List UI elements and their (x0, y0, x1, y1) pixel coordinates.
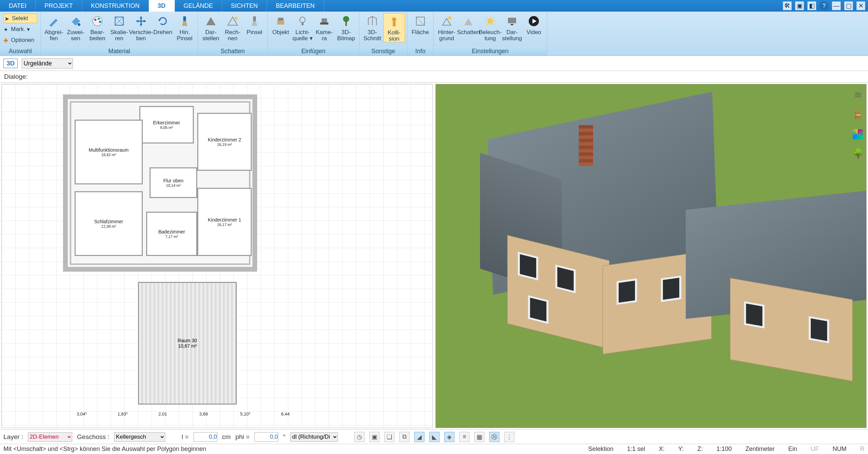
status-hint: Mit <Umschalt> und <Strg> können Sie die… (3, 445, 206, 453)
ribbon-group-schatten: Dar-stellenRech-nenPinsel Schatten (198, 12, 268, 56)
ribbon-btn[interactable]: Hinter-grund (436, 13, 458, 42)
status-z: Z: (697, 445, 703, 453)
ribbon-btn[interactable]: 3D-Schnitt (361, 13, 383, 42)
layers2-icon[interactable]: ≡ (459, 432, 469, 442)
stack-icon[interactable]: ❏ (384, 432, 394, 442)
tab-konstruktion[interactable]: KONSTRUKTION (82, 0, 149, 12)
rec-icon[interactable]: ▣ (369, 432, 379, 442)
ribbon-label: Licht-quelle ▾ (292, 29, 312, 42)
room-area: 16,19 m² (217, 142, 232, 147)
box-icon[interactable]: ▣ (795, 1, 804, 10)
ribbon-btn[interactable]: Pinsel (244, 13, 265, 35)
ribbon-btn[interactable]: Video (523, 13, 545, 35)
snap1-icon[interactable]: ◢ (414, 432, 424, 442)
ribbon-icon (296, 14, 309, 28)
group-title-einstellungen: Einstellungen (434, 47, 547, 56)
ribbon-icon (527, 14, 541, 28)
svg-point-3 (98, 18, 100, 20)
ribbon-label: Schatten (457, 29, 480, 35)
ribbon-icon (387, 15, 401, 28)
ribbon-btn[interactable]: Bear-beiten (87, 13, 108, 42)
room: Kinderzimmer 216,19 m² (197, 113, 252, 171)
ribbon-btn[interactable]: Dar-stellung (501, 13, 523, 42)
ribbon-btn[interactable]: Abgrei-fen (43, 13, 65, 42)
room-name: Flur oben (163, 178, 183, 183)
window-icon[interactable]: ◧ (807, 1, 816, 10)
tab-sichten[interactable]: SICHTEN (222, 0, 267, 12)
close-icon[interactable]: ✕ (856, 1, 865, 10)
ribbon-btn[interactable]: Beleuch-tung (479, 13, 501, 42)
ribbon-icon (440, 14, 453, 28)
furniture-icon[interactable]: 🪑 (851, 109, 864, 122)
selekt-button[interactable]: ➤Selekt (3, 14, 37, 23)
layers-icon[interactable]: ≋ (851, 88, 864, 101)
room: Badezimmer7,17 m² (146, 212, 197, 256)
tab-projekt[interactable]: PROJEKT (36, 0, 82, 12)
view-2d[interactable]: Erkerzimmer8,05 m²Kinderzimmer 216,19 m²… (1, 84, 433, 428)
ribbon-btn[interactable]: Zuwei-sen (65, 13, 87, 42)
tab-3d[interactable]: 3D (149, 0, 175, 12)
mark-button[interactable]: ✦Mark. ▾ (3, 25, 37, 34)
tools-icon[interactable]: 🛠 (783, 1, 792, 10)
window (617, 278, 637, 305)
svg-rect-18 (393, 21, 396, 26)
geschoss-label: Geschoss : (77, 433, 109, 441)
marker-icon: ✦ (3, 26, 10, 32)
clock-icon[interactable]: ◷ (354, 432, 365, 442)
layer-select[interactable]: 2D-Elemen (28, 432, 72, 442)
snap2-icon[interactable]: ◣ (429, 432, 439, 442)
copy-icon[interactable]: ⧉ (399, 432, 409, 442)
workspace: Erkerzimmer8,05 m²Kinderzimmer 216,19 m²… (0, 82, 868, 429)
restore-icon[interactable]: ▢ (844, 1, 853, 10)
ribbon-icon (178, 14, 191, 28)
ribbon-btn[interactable]: Rech-nen (222, 13, 244, 42)
ribbon-btn[interactable]: Fläche (409, 13, 431, 35)
ribbon-btn[interactable]: Verschie-ben (130, 13, 152, 42)
tree-icon[interactable]: 🌳 (851, 147, 864, 160)
phi-input[interactable] (254, 432, 278, 442)
status-r: R (860, 445, 865, 453)
geschoss-select[interactable]: Kellergesch (114, 432, 165, 442)
ribbon-btn[interactable]: Kame-ra (313, 13, 335, 42)
room: Erkerzimmer8,05 m² (139, 106, 194, 143)
palette-icon[interactable] (853, 129, 863, 139)
minimize-icon[interactable]: — (832, 1, 841, 10)
svg-point-0 (78, 23, 80, 26)
ribbon-btn[interactable]: Dar-stellen (200, 13, 222, 42)
optionen-button[interactable]: ✚Optionen (3, 35, 37, 45)
ribbon-btn[interactable]: Schatten (458, 13, 479, 35)
room-name: Erkerzimmer (153, 120, 180, 125)
snap3-icon[interactable]: ◈ (444, 432, 454, 442)
direction-select[interactable]: dl (Richtung/Di (290, 432, 338, 442)
ribbon-label: Verschie-ben (129, 29, 153, 42)
ribbon-icon (134, 14, 148, 28)
room-name: Raum 30 (178, 338, 197, 343)
ribbon-icon (47, 14, 61, 28)
help-icon[interactable]: ? (820, 1, 828, 10)
ribbon-btn[interactable]: Licht-quelle ▾ (292, 13, 313, 42)
tab-datei[interactable]: DATEI (0, 0, 36, 12)
ribbon-icon (414, 14, 427, 28)
tab-gelaende[interactable]: GELÄNDE (175, 0, 222, 12)
view-3d[interactable]: ≋ 🪑 🌳 (435, 84, 867, 428)
ribbon-btn[interactable]: Drehen (152, 13, 174, 35)
ribbon-label: Abgrei-fen (45, 29, 63, 42)
tab-bearbeiten[interactable]: BEARBEITEN (267, 0, 324, 12)
grid-icon[interactable]: ▦ (474, 432, 484, 442)
status-ein: Ein (788, 445, 797, 453)
ribbon-btn[interactable]: Hin.Pinsel (174, 13, 196, 42)
svg-point-11 (300, 17, 305, 22)
ribbon-btn[interactable]: Kolli-sion (383, 13, 405, 42)
ribbon-label: 3D-Schnitt (363, 29, 381, 42)
dialoge-bar: Dialoge: (0, 71, 868, 82)
ribbon-btn[interactable]: 3D-Bitmap (335, 13, 357, 42)
dimension-label: 5,10⁵ (240, 411, 250, 417)
dimension-label: 6,44 (281, 411, 290, 417)
ribbon-btn[interactable]: Objekt (270, 13, 292, 35)
terrain-select[interactable]: Urgelände (22, 58, 73, 69)
north-icon[interactable]: Ⓝ (489, 432, 499, 442)
ribbon-group-sonstige: 3D-SchnittKolli-sion Sonstige (359, 12, 407, 56)
more-icon[interactable]: ⋮ (504, 432, 514, 442)
ribbon-btn[interactable]: Skalie-ren (108, 13, 130, 42)
length-input[interactable] (193, 432, 217, 442)
